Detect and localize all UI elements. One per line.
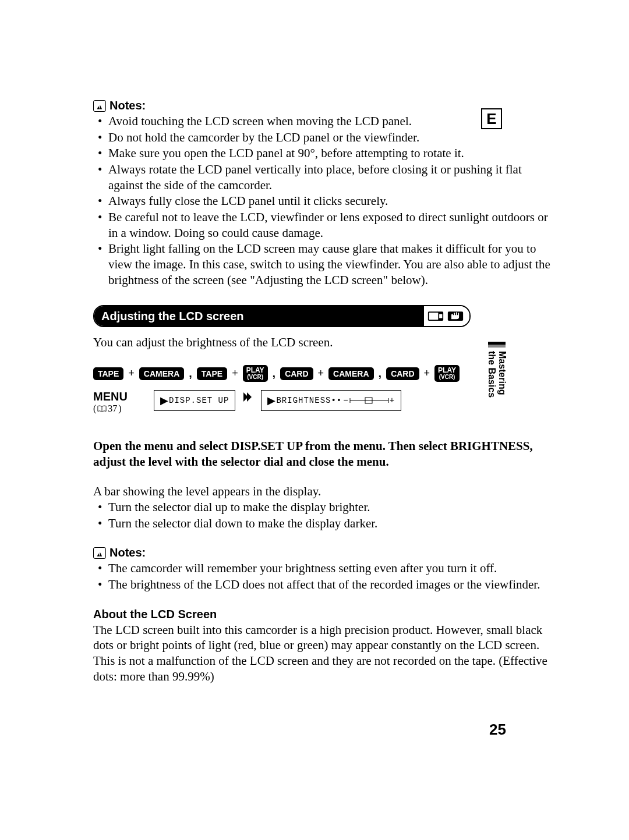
ref-page: 37 (108, 403, 117, 414)
ref-prefix: ( (93, 403, 96, 414)
triangle-right-icon: ▶ (160, 394, 169, 407)
notes-list-2: The camcorder will remember your brightn… (93, 561, 559, 592)
tab-divider-icon (488, 342, 506, 348)
list-item: Avoid touching the LCD screen when movin… (98, 114, 559, 129)
comma: , (189, 367, 192, 380)
list-item: Be careful not to leave the LCD, viewfin… (98, 210, 559, 240)
comma: , (379, 367, 382, 380)
slider-svg (349, 397, 390, 404)
tape-tag: TAPE (197, 367, 227, 380)
list-item: Turn the selector dial up to make the di… (98, 499, 559, 515)
menu-label: MENU (93, 390, 146, 403)
chapter-tab-label: Mastering the Basics (487, 351, 507, 398)
page-number: 25 (489, 721, 506, 739)
chapter-tab: Mastering the Basics (487, 342, 507, 398)
plus-icon: + (128, 367, 135, 380)
instruction-text: Open the menu and select DISP.SET UP fro… (93, 438, 559, 470)
about-text: The LCD screen built into this camcorder… (93, 622, 559, 685)
play-vcr-tag: PLAY (VCR) (434, 365, 460, 382)
plus-icon: + (318, 367, 324, 380)
card-tag: CARD (386, 367, 419, 380)
menu-label-block: MENU ( 37 ) (93, 390, 146, 414)
triangle-right-icon: ▶ (267, 394, 276, 407)
manual-page: E Notes: Avoid touching the LCD screen w… (0, 0, 629, 685)
list-item: Always fully close the LCD panel until i… (98, 193, 559, 209)
notes-icon (93, 100, 106, 112)
card-tag: CARD (280, 367, 313, 380)
notes-list-1: Avoid touching the LCD screen when movin… (93, 114, 559, 288)
section-title: Adjusting the LCD screen (94, 306, 424, 326)
book-icon (97, 405, 107, 412)
vcr-sub-label: (VCR) (438, 374, 456, 381)
plus-icon: + (232, 367, 238, 380)
hand-icon (447, 310, 464, 322)
ref-suffix: ) (118, 403, 121, 414)
list-item: Turn the selector dial down to make the … (98, 516, 559, 531)
list-item: Bright light falling on the LCD screen m… (98, 241, 559, 288)
list-item: The camcorder will remember your brightn… (98, 561, 559, 576)
tape-tag: TAPE (93, 367, 123, 380)
plus-icon: + (424, 367, 430, 380)
section-icons (424, 306, 469, 326)
plus-label: + (390, 396, 395, 405)
menu-step-1: ▶ DISP.SET UP (154, 390, 235, 411)
notes-label: Notes: (109, 99, 146, 112)
camera-icon (427, 310, 444, 322)
list-item: Do not hold the camcorder by the LCD pan… (98, 130, 559, 146)
notes-label: Notes: (109, 546, 146, 559)
svg-marker-6 (247, 392, 252, 402)
play-vcr-tag: PLAY (VCR) (243, 365, 268, 382)
list-item: Make sure you open the LCD panel at 90°,… (98, 146, 559, 161)
sub-bullets: Turn the selector dial up to make the di… (93, 499, 559, 531)
vcr-sub-label: (VCR) (246, 374, 264, 381)
svg-rect-1 (429, 313, 439, 320)
camera-tag: CAMERA (139, 367, 184, 380)
notes-heading: Notes: (93, 546, 559, 559)
menu-step-2: ▶ BRIGHTNESS•• − + (261, 390, 401, 411)
chapter-tab-text: Mastering the Basics (487, 351, 507, 398)
comma: , (273, 367, 276, 380)
menu-step-1-label: DISP.SET UP (169, 396, 229, 405)
list-item: Always rotate the LCD panel vertically i… (98, 162, 559, 193)
brightness-slider-icon: − + (343, 396, 395, 405)
menu-page-ref: ( 37 ) (93, 403, 146, 414)
body-text: A bar showing the level appears in the d… (93, 484, 559, 499)
double-arrow-icon (243, 390, 253, 404)
section-heading-bar: Adjusting the LCD screen (93, 305, 471, 327)
menu-step-2-label: BRIGHTNESS•• (276, 396, 342, 405)
minus-label: − (343, 396, 348, 405)
list-item: The brightness of the LCD does not affec… (98, 577, 559, 593)
camera-tag: CAMERA (328, 367, 373, 380)
svg-rect-2 (439, 314, 442, 318)
notes-icon (93, 547, 106, 559)
about-heading: About the LCD Screen (93, 608, 559, 621)
